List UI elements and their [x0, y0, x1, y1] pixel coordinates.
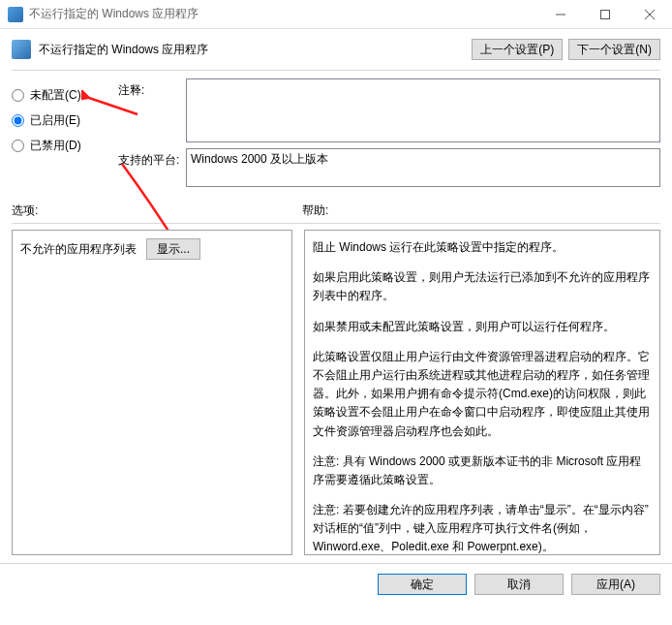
radio-not-configured-label: 未配置(C) [30, 87, 81, 104]
radio-disabled-label: 已禁用(D) [30, 138, 81, 154]
help-text: 如果禁用或未配置此策略设置，则用户可以运行任何程序。 [313, 318, 652, 336]
previous-setting-button[interactable]: 上一个设置(P) [472, 39, 563, 60]
help-label: 帮助: [302, 203, 328, 219]
apply-button[interactable]: 应用(A) [571, 574, 660, 595]
radio-not-configured-input[interactable] [12, 89, 24, 102]
next-setting-button[interactable]: 下一个设置(N) [568, 39, 660, 60]
close-button[interactable] [627, 0, 672, 29]
policy-icon [12, 40, 31, 59]
maximize-button[interactable] [583, 0, 627, 29]
show-button[interactable]: 显示... [146, 238, 200, 260]
app-icon [8, 7, 23, 22]
window-title: 不运行指定的 Windows 应用程序 [29, 6, 538, 22]
header: 不运行指定的 Windows 应用程序 上一个设置(P) 下一个设置(N) [0, 29, 672, 66]
help-text: 注意: 具有 Windows 2000 或更新版本证书的非 Microsoft … [313, 453, 652, 489]
radio-not-configured[interactable]: 未配置(C) [12, 82, 108, 108]
config-area: 未配置(C) 已启用(E) 已禁用(D) 注释: 支持的平台: [0, 71, 672, 193]
ok-button[interactable]: 确定 [378, 574, 467, 595]
radio-disabled[interactable]: 已禁用(D) [12, 133, 108, 158]
options-label: 选项: [12, 203, 302, 219]
radio-enabled[interactable]: 已启用(E) [12, 108, 108, 133]
svg-rect-0 [601, 10, 610, 18]
radio-disabled-input[interactable] [12, 140, 24, 152]
help-text: 如果启用此策略设置，则用户无法运行已添加到不允许的应用程序列表中的程序。 [313, 268, 652, 305]
divider-2 [12, 223, 660, 224]
help-text: 注意: 若要创建允许的应用程序列表，请单击“显示”。在“显示内容”对话框的“值”… [313, 501, 652, 555]
minimize-button[interactable] [538, 0, 583, 29]
radio-enabled-label: 已启用(E) [30, 112, 80, 129]
help-text: 阻止 Windows 运行在此策略设置中指定的程序。 [313, 238, 652, 257]
platform-label: 支持的平台: [118, 148, 186, 187]
comment-field[interactable] [186, 78, 660, 142]
footer: 确定 取消 应用(A) [0, 563, 672, 605]
help-text: 此策略设置仅阻止用户运行由文件资源管理器进程启动的程序。它不会阻止用户运行由系统… [313, 348, 652, 441]
section-labels: 选项: 帮助: [0, 193, 672, 221]
options-panel: 不允许的应用程序列表 显示... [12, 230, 292, 555]
radio-group: 未配置(C) 已启用(E) 已禁用(D) [12, 78, 108, 193]
help-panel: 阻止 Windows 运行在此策略设置中指定的程序。 如果启用此策略设置，则用户… [304, 230, 660, 555]
comment-label: 注释: [118, 78, 186, 142]
supported-platform-field [186, 148, 660, 187]
panels: 不允许的应用程序列表 显示... 阻止 Windows 运行在此策略设置中指定的… [0, 230, 672, 555]
policy-title: 不运行指定的 Windows 应用程序 [39, 42, 472, 58]
titlebar: 不运行指定的 Windows 应用程序 [0, 0, 672, 29]
radio-enabled-input[interactable] [12, 114, 24, 127]
disallowed-apps-label: 不允许的应用程序列表 [20, 241, 137, 258]
cancel-button[interactable]: 取消 [474, 574, 564, 595]
